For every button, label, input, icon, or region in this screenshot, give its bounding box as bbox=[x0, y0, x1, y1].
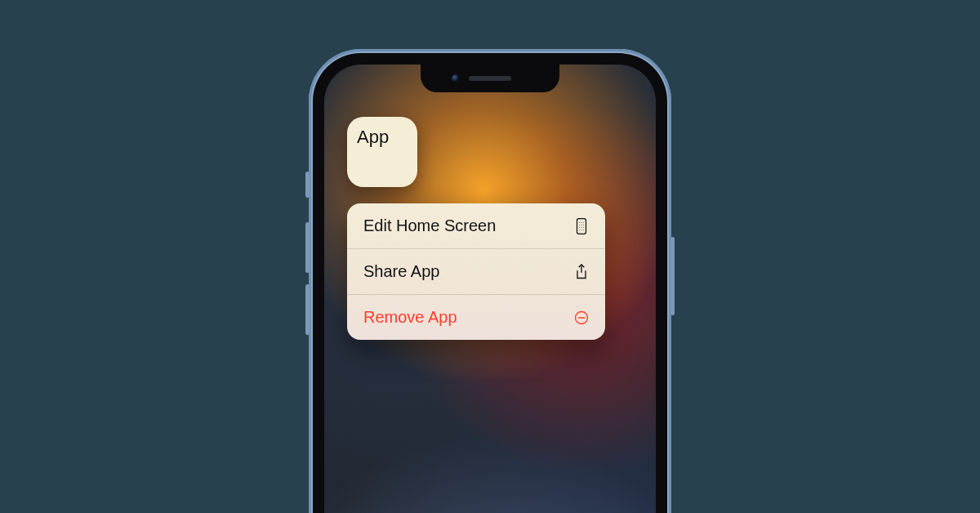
notch bbox=[421, 65, 559, 92]
svg-point-10 bbox=[579, 230, 580, 230]
silence-switch[interactable] bbox=[305, 172, 310, 198]
phone-screen: App Edit Home Screen bbox=[324, 65, 656, 513]
apps-grid-icon bbox=[572, 217, 590, 235]
svg-point-6 bbox=[583, 224, 584, 225]
volume-down-button[interactable] bbox=[305, 284, 310, 335]
svg-point-1 bbox=[579, 221, 580, 222]
svg-point-11 bbox=[581, 230, 582, 230]
menu-item-share-app[interactable]: Share App bbox=[347, 248, 605, 294]
menu-item-remove-app[interactable]: Remove App bbox=[347, 294, 605, 340]
app-icon-label: App bbox=[357, 127, 389, 148]
iphone-frame: App Edit Home Screen bbox=[309, 49, 671, 513]
svg-point-3 bbox=[583, 221, 584, 222]
svg-point-12 bbox=[583, 230, 584, 230]
speaker-grille-icon bbox=[469, 76, 511, 81]
svg-point-7 bbox=[579, 227, 580, 228]
menu-item-label: Share App bbox=[363, 262, 439, 281]
app-icon[interactable]: App bbox=[347, 117, 417, 187]
volume-up-button[interactable] bbox=[305, 222, 310, 273]
svg-rect-0 bbox=[577, 218, 586, 234]
app-context-menu: Edit Home Screen bbox=[347, 203, 605, 340]
minus-circle-icon bbox=[572, 309, 590, 327]
front-camera-icon bbox=[452, 74, 460, 83]
share-icon bbox=[572, 263, 590, 281]
svg-point-8 bbox=[581, 227, 582, 228]
svg-point-9 bbox=[583, 227, 584, 228]
svg-point-2 bbox=[581, 221, 582, 222]
menu-item-label: Edit Home Screen bbox=[363, 216, 496, 235]
power-button[interactable] bbox=[670, 237, 675, 315]
menu-item-label: Remove App bbox=[363, 308, 457, 327]
phone-bezel: App Edit Home Screen bbox=[313, 53, 667, 513]
svg-point-4 bbox=[579, 224, 580, 225]
menu-item-edit-home-screen[interactable]: Edit Home Screen bbox=[347, 203, 605, 248]
svg-point-5 bbox=[581, 224, 582, 225]
